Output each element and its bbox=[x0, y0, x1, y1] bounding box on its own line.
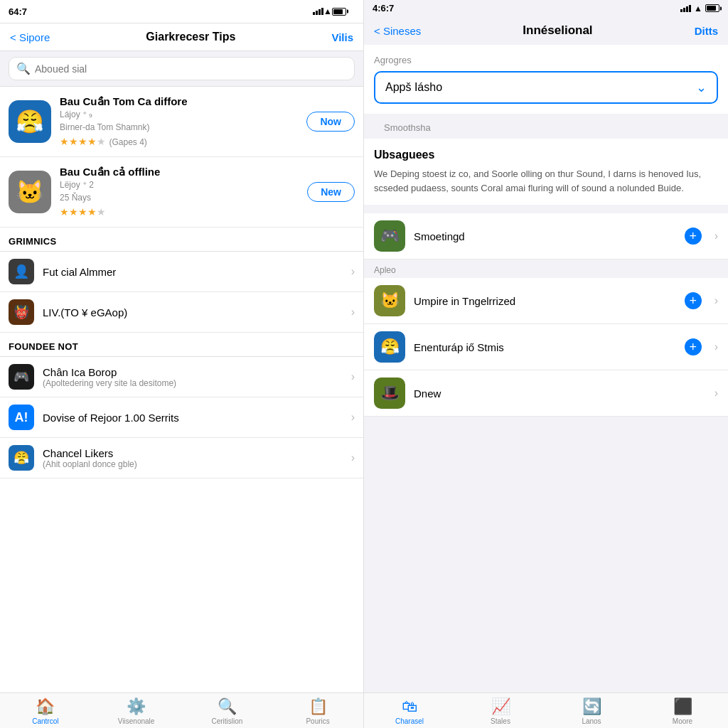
left-nav-action[interactable]: Vilis bbox=[331, 31, 353, 43]
tab-viisenonale-label: Viisenonale bbox=[118, 717, 155, 725]
left-nav-title: Giarkrecesr Tips bbox=[146, 31, 235, 43]
right-nav-title: Innéselional bbox=[523, 23, 592, 38]
sub-app-chevron-1: › bbox=[714, 294, 718, 307]
tab-viisenonale[interactable]: ⚙️ Viisenonale bbox=[91, 697, 182, 725]
tab-cantrcol[interactable]: 🏠 Cantrcol bbox=[0, 697, 91, 725]
right-tab-charasel-label: Charasel bbox=[395, 717, 424, 725]
sub-app-name-2: Enenturáp iő Stmis bbox=[414, 341, 676, 353]
right-content: Agrogres Appš Iásho ⌄ Smoothsha Ubsaguee… bbox=[364, 45, 728, 692]
main-app-plus-btn[interactable]: + bbox=[685, 228, 702, 245]
app-icon-2: 🐱 bbox=[9, 171, 51, 213]
agrogres-section: Agrogres Appš Iásho ⌄ bbox=[364, 45, 728, 114]
chart-icon: 📈 bbox=[491, 697, 510, 716]
tab-cantrcol-label: Cantrcol bbox=[32, 717, 58, 725]
main-app-row[interactable]: 🎮 Smoetingd + › bbox=[364, 213, 728, 259]
left-back-button[interactable]: < Sipore bbox=[10, 31, 50, 43]
tab-ceritislion-label: Ceritislion bbox=[211, 717, 242, 725]
left-tab-bar: 🏠 Cantrcol ⚙️ Viisenonale 🔍 Ceritislion … bbox=[0, 692, 363, 728]
chevron-icon-foundee-3: › bbox=[351, 451, 355, 464]
app-icon-1: 😤 bbox=[9, 100, 51, 143]
list-row-grimnics-1[interactable]: 👤 Fut cial Almmer › bbox=[0, 252, 363, 292]
sub-app-chevron-3: › bbox=[714, 387, 718, 400]
app-sub-1: Lájoy ⁺ ₉ bbox=[60, 109, 298, 119]
search-tab-icon: 🔍 bbox=[218, 697, 237, 716]
list-icon-foundee-2: A! bbox=[9, 405, 34, 430]
right-tab-moore-label: Moore bbox=[673, 717, 692, 725]
right-time: 4:6:7 bbox=[373, 3, 394, 14]
left-battery-icon bbox=[332, 8, 346, 16]
ubsaguees-title: Ubsaguees bbox=[374, 149, 718, 161]
right-tab-stales[interactable]: 📈 Stales bbox=[455, 697, 546, 725]
app-name-2: Bau Cuần cả offline bbox=[60, 166, 299, 178]
search-input[interactable] bbox=[35, 63, 347, 75]
list-sub-foundee-1: (Apoltedering very site la desitome) bbox=[43, 378, 176, 388]
app-badge-2[interactable]: New bbox=[307, 182, 355, 202]
search-bar: 🔍 bbox=[0, 51, 363, 87]
left-panel: 64:7 ▲ < Sipore Giarkrecesr Tips Vilis 🔍 bbox=[0, 0, 364, 728]
app-stars-2: ★★★★★ bbox=[60, 205, 299, 218]
dropdown-value: Appš Iásho bbox=[385, 81, 442, 94]
right-signal-icon bbox=[680, 5, 691, 12]
list-icon-tab: 📋 bbox=[309, 697, 328, 716]
ubsaguees-body: We Deping stoest iz co, and Soorle ollin… bbox=[374, 167, 718, 195]
left-content: 😤 Bau Cuần Tom Ca diffore Lájoy ⁺ ₉ Birn… bbox=[0, 87, 363, 692]
right-back-button[interactable]: < Sineses bbox=[374, 25, 421, 37]
section-foundee: FOUNDEE NOT bbox=[0, 333, 363, 356]
sub-app-name-3: Dnew bbox=[414, 387, 706, 400]
left-signal-icon bbox=[313, 8, 323, 15]
sub-app-icon-2: 😤 bbox=[374, 331, 405, 363]
main-app-chevron-icon: › bbox=[714, 230, 718, 242]
apleo-label: Apleo bbox=[364, 259, 728, 278]
bag-icon: 🛍 bbox=[402, 697, 417, 716]
app-name-1: Bau Cuần Tom Ca diffore bbox=[60, 95, 298, 108]
list-icon-foundee-3: 😤 bbox=[9, 445, 34, 471]
app-badge-1[interactable]: Now bbox=[306, 112, 355, 132]
dropdown-select[interactable]: Appš Iásho ⌄ bbox=[374, 71, 718, 104]
main-app-name: Smoetingd bbox=[414, 230, 676, 242]
tab-pourics-label: Pourics bbox=[306, 717, 329, 725]
refresh-icon: 🔄 bbox=[582, 697, 601, 716]
tab-pourics[interactable]: 📋 Pourics bbox=[272, 697, 363, 725]
app-meta-2: 25 Ňays bbox=[60, 193, 299, 203]
tab-ceritislion[interactable]: 🔍 Ceritislion bbox=[182, 697, 273, 725]
search-input-wrap[interactable]: 🔍 bbox=[9, 57, 355, 80]
list-text-foundee-1: Chân Ica Borop bbox=[43, 366, 176, 378]
section-grimnics: GRIMNICS bbox=[0, 228, 363, 251]
sub-app-plus-btn-1[interactable]: + bbox=[685, 292, 702, 309]
right-tab-stales-label: Stales bbox=[491, 717, 510, 725]
smoothsha-section: Smoothsha bbox=[364, 114, 728, 139]
app-rating-1: (Gapes 4) bbox=[109, 137, 146, 147]
list-icon-grimnics-2: 👹 bbox=[9, 299, 34, 325]
sub-app-plus-btn-2[interactable]: + bbox=[685, 338, 702, 355]
list-row-grimnics-2[interactable]: 👹 LIV.(TO ¥ eGAop) › bbox=[0, 292, 363, 333]
list-row-foundee-1[interactable]: 🎮 Chân Ica Borop (Apoltedering very site… bbox=[0, 357, 363, 397]
right-tab-moore[interactable]: ⬛ Moore bbox=[637, 697, 728, 725]
right-battery-icon bbox=[705, 4, 719, 12]
chevron-icon-foundee-2: › bbox=[351, 411, 355, 424]
right-tab-bar: 🛍 Charasel 📈 Stales 🔄 Lanos ⬛ Moore bbox=[364, 692, 728, 728]
app-sub-2: Lëjoy ⁺ 2 bbox=[60, 180, 299, 190]
list-row-foundee-3[interactable]: 😤 Chancel Likers (Ahit ooplanl donce gbl… bbox=[0, 438, 363, 478]
right-status-icons: ▲ bbox=[680, 4, 719, 14]
left-wifi-icon: ▲ bbox=[323, 6, 332, 16]
settings-icon: ⚙️ bbox=[127, 697, 146, 716]
app-card-2: 🐱 Bau Cuần cả offline Lëjoy ⁺ 2 25 Ňays … bbox=[0, 157, 363, 228]
list-row-foundee-2[interactable]: A! Dovise of Rejoor 1.00 Serrits › bbox=[0, 397, 363, 438]
list-row-content-foundee-3: Chancel Likers (Ahit ooplanl donce gble) bbox=[43, 447, 137, 469]
left-time: 64:7 bbox=[9, 6, 27, 17]
app-info-1: Bau Cuần Tom Ca diffore Lájoy ⁺ ₉ Birner… bbox=[60, 95, 298, 148]
ubsaguees-section: Ubsaguees We Deping stoest iz co, and So… bbox=[364, 139, 728, 205]
right-tab-charasel[interactable]: 🛍 Charasel bbox=[364, 697, 455, 725]
chevron-icon-grimnics-2: › bbox=[351, 306, 355, 318]
left-nav: < Sipore Giarkrecesr Tips Vilis bbox=[0, 23, 363, 51]
left-status-bar: 64:7 ▲ bbox=[0, 0, 363, 23]
sub-app-row-3[interactable]: 🎩 Dnew › bbox=[364, 370, 728, 417]
sub-app-icon-3: 🎩 bbox=[374, 378, 405, 409]
chevron-icon-grimnics-1: › bbox=[351, 265, 355, 278]
right-nav-action[interactable]: Ditts bbox=[695, 25, 718, 37]
smoothsha-label: Smoothsha bbox=[374, 117, 718, 136]
list-text-foundee-2: Dovise of Rejoor 1.00 Serrits bbox=[43, 412, 343, 424]
sub-app-row-2[interactable]: 😤 Enenturáp iő Stmis + › bbox=[364, 324, 728, 370]
sub-app-row-1[interactable]: 🐱 Umpire in Tngelrrized + › bbox=[364, 278, 728, 324]
right-tab-lanos[interactable]: 🔄 Lanos bbox=[546, 697, 637, 725]
